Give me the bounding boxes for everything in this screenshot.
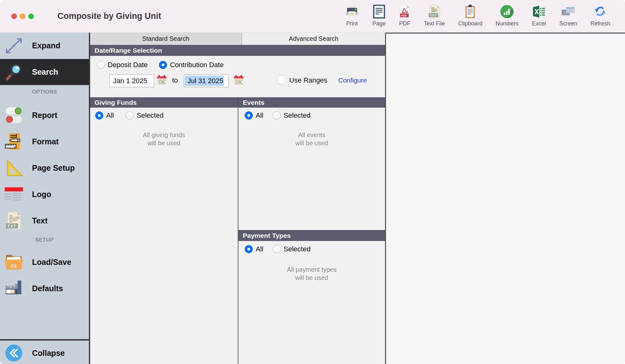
toolbar: Print Page [338,4,617,27]
refresh-label: Refresh [590,20,610,27]
from-date-input[interactable]: Jan 1 2025 [109,74,154,87]
sidebar-item-text[interactable]: TXT Text [0,207,89,234]
sidebar-item-collapse[interactable]: Collapse [0,341,89,364]
search-panel: Standard Search Advanced Search Date/Ran… [90,32,385,364]
payment-types-section-header: Payment Types [238,230,385,241]
sidebar-item-label: Page Setup [32,163,75,173]
giving-funds-selected-label[interactable]: Selected [137,111,164,120]
clipboard-label: Clipboard [458,20,482,27]
sidebar-item-format[interactable]: Format [0,128,89,155]
giving-funds-selected-radio[interactable] [126,111,134,120]
events-title: Events [238,97,385,108]
report-toggles-icon [4,106,24,124]
deposit-date-radio-group[interactable]: Deposit Date [97,61,148,69]
tab-standard-search[interactable]: Standard Search [90,32,242,45]
defaults-icon [4,279,24,297]
payment-types-selected-group[interactable]: Selected [273,245,311,253]
page-button[interactable]: Page [366,4,392,27]
from-date-calendar-button[interactable] [157,75,167,86]
payment-types-all-label[interactable]: All [256,245,263,253]
calendar-icon [157,75,167,86]
sidebar-item-label: Text [32,216,48,225]
sidebar: Expand Search OPTIONS [0,32,89,364]
title-bar: Composite by Giving Unit Print [0,0,625,33]
giving-funds-body: All Selected All giving funds will be us… [90,108,238,364]
to-date-value: Jul 31 2025 [185,76,224,86]
events-all-group[interactable]: All [245,111,263,120]
events-selected-label[interactable]: Selected [284,111,311,120]
payment-types-all-group[interactable]: All [245,245,263,253]
giving-funds-selected-group[interactable]: Selected [126,111,164,120]
contribution-date-label[interactable]: Contribution Date [170,61,224,69]
contribution-date-radio-group[interactable]: Contribution Date [159,61,224,69]
sidebar-item-report[interactable]: Report [0,102,89,128]
screen-icon [560,4,576,19]
text-file-label: Text File [424,20,445,27]
sidebar-section-setup: SETUP [0,237,89,243]
pdf-button[interactable]: PDF PDF [392,4,417,27]
close-window-button[interactable] [11,13,17,19]
screen-button[interactable]: Screen [553,4,584,27]
configure-link[interactable]: Configure [338,77,367,84]
zoom-window-button[interactable] [28,13,34,19]
sidebar-item-search[interactable]: Search [0,59,89,85]
payment-types-selected-label[interactable]: Selected [284,245,311,253]
refresh-icon [593,4,607,19]
tab-advanced-search[interactable]: Advanced Search [242,32,385,45]
search-icon [4,63,24,81]
giving-funds-section-header: Giving Funds [90,97,238,108]
giving-funds-all-label[interactable]: All [106,111,114,120]
to-label: to [172,76,178,84]
print-button[interactable]: Print [338,4,366,27]
deposit-date-radio[interactable] [97,61,105,69]
collapse-separator [0,339,89,340]
sidebar-item-label: Report [32,111,57,120]
giving-funds-all-radio[interactable] [95,111,103,120]
text-icon: TXT [4,211,24,230]
sidebar-item-load-save[interactable]: Load/Save [0,249,89,275]
giving-funds-all-group[interactable]: All [95,111,114,120]
payment-types-helper-text: All payment types will be used [238,265,385,282]
events-selected-radio[interactable] [273,111,281,120]
excel-button[interactable]: Excel [525,4,553,27]
report-preview-area [385,32,625,364]
sidebar-item-logo[interactable]: Logo [0,181,89,207]
sidebar-item-page-setup[interactable]: Page Setup [0,155,89,181]
to-date-input[interactable]: Jul 31 2025 [184,74,229,87]
date-range-section-body: Deposit Date Contribution Date Jan 1 202… [90,56,385,97]
screen-label: Screen [559,20,577,27]
excel-label: Excel [532,20,546,27]
refresh-button[interactable]: Refresh [584,4,617,27]
clipboard-button[interactable]: Clipboard [452,4,489,27]
minimize-window-button[interactable] [20,13,25,19]
pdf-label: PDF [399,20,410,27]
payment-types-title: Payment Types [238,230,385,241]
events-all-label[interactable]: All [256,111,263,120]
payment-types-all-radio[interactable] [245,245,253,253]
logo-icon [4,187,24,202]
print-label: Print [346,20,358,27]
pdf-icon: PDF [399,4,411,19]
events-section-header: Events [238,97,385,108]
contribution-date-radio[interactable] [159,61,167,69]
numbers-icon [500,4,514,19]
to-date-calendar-button[interactable] [234,75,244,86]
sidebar-item-label: Defaults [32,284,63,293]
payment-types-body: All Selected All payment types will be u… [238,241,385,364]
events-body: All Selected All events will be used [238,108,385,230]
sidebar-item-label: Collapse [32,349,65,358]
window-title: Composite by Giving Unit [57,11,161,21]
events-selected-group[interactable]: Selected [273,111,311,120]
events-all-radio[interactable] [245,111,253,120]
use-ranges-label[interactable]: Use Ranges [289,76,327,84]
use-ranges-checkbox[interactable] [277,75,286,84]
sidebar-item-defaults[interactable]: Defaults [0,275,89,302]
text-file-button[interactable]: TXT Text File [417,4,452,27]
numbers-label: Numbers [496,20,519,27]
sidebar-item-expand[interactable]: Expand [0,32,89,59]
giving-funds-helper-text: All giving funds will be used [90,131,238,147]
deposit-date-label[interactable]: Deposit Date [108,61,148,69]
numbers-button[interactable]: Numbers [489,4,525,27]
payment-types-selected-radio[interactable] [273,245,281,253]
calendar-icon [234,75,244,86]
